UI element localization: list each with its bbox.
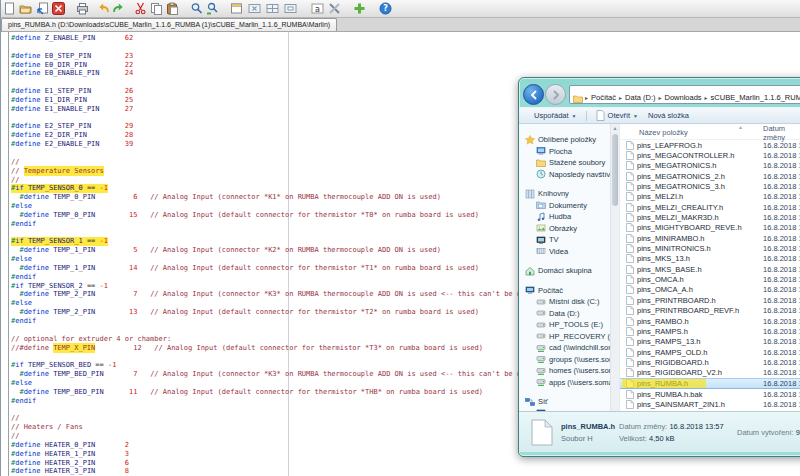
code-line[interactable]: #define E0_STEP_PIN 23 <box>11 52 800 61</box>
sidebar-item[interactable]: Oblíbené položky <box>519 134 619 146</box>
sidebar-item[interactable]: groups (\\users.soma.cz) <box>519 354 619 366</box>
organize-button[interactable]: Uspořádat ▼ <box>529 111 582 120</box>
breadcrumb-item[interactable]: Downloads <box>662 93 703 102</box>
sidebar-item[interactable]: HP_RECOVERY (G:) <box>519 331 619 343</box>
forward-button[interactable] <box>545 84 566 105</box>
window-close-icon[interactable] <box>248 2 261 15</box>
file-row[interactable]: pins_RIGIDBOARD_V2.h16.8.2018 13:57 <box>620 368 800 378</box>
breadcrumb-item[interactable]: Počítač <box>589 93 618 102</box>
file-row[interactable]: pins_OMCA_A.h16.8.2018 13:57 <box>620 285 800 295</box>
open-button[interactable]: Otevřít ▼ <box>591 110 643 121</box>
file-row[interactable]: pins_MELZI_CREALITY.h16.8.2018 13:57 <box>620 202 800 212</box>
nav-scrollbar-thumb[interactable] <box>612 134 618 206</box>
sidebar-item[interactable]: apps (\\users.soma.cz) (Z:) <box>519 377 619 389</box>
file-row[interactable]: pins_MKS_BASE.h16.8.2018 13:57 <box>620 264 800 274</box>
file-row[interactable]: pins_MKS_13.h16.8.2018 13:57 <box>620 254 800 264</box>
breadcrumb-item[interactable]: sCUBE_Marlin_1.1.6_RUMBA (1) <box>709 93 800 102</box>
sidebar-item[interactable]: Data (D:) <box>519 308 619 320</box>
file-row[interactable]: pins_OMCA.h16.8.2018 13:57 <box>620 274 800 284</box>
window-cascade-icon[interactable] <box>284 2 297 15</box>
file-row[interactable]: pins_MELZI_MAKR3D.h16.8.2018 13:57 <box>620 212 800 222</box>
code-line[interactable]: #define HEATER_3_PIN 8 <box>11 467 800 476</box>
sidebar-item[interactable]: Počítač <box>519 285 619 297</box>
scroll-up-icon[interactable]: ▲ <box>611 124 619 133</box>
sidebar-item[interactable]: Videa <box>519 246 619 258</box>
file-row[interactable]: pins_PRINTRBOARD_REVF.h16.8.2018 13:57 <box>620 306 800 316</box>
file-date: 16.8.2018 13:57 <box>759 182 800 191</box>
sidebar-item[interactable]: Místní disk (C:) <box>519 296 619 308</box>
editor-tab[interactable]: pins_RUMBA.h (D:\Downloads\sCUBE_Marlin_… <box>1 18 337 31</box>
new-folder-button[interactable]: Nová složka <box>643 111 694 120</box>
file-row[interactable]: pins_RAMPS_13.h16.8.2018 13:57 <box>620 337 800 347</box>
copy-icon[interactable] <box>150 2 163 15</box>
nav-scrollbar[interactable]: ▲ <box>610 124 619 411</box>
file-row[interactable]: pins_MELZI.h16.8.2018 13:57 <box>620 192 800 202</box>
redo-icon[interactable] <box>112 2 125 15</box>
file-row[interactable]: pins_MINIRAMBO.h16.8.2018 13:57 <box>620 233 800 243</box>
file-name: pins_RIGIDBOARD.h <box>637 358 759 367</box>
file-row[interactable]: pins_RAMPS.h16.8.2018 13:57 <box>620 326 800 336</box>
file-row[interactable]: pins_SAINSMART_2IN1.h16.8.2018 13:57 <box>620 400 800 410</box>
find-replace-icon[interactable] <box>206 2 219 15</box>
file-date: 16.8.2018 13:57 <box>759 285 800 294</box>
close-file-icon[interactable] <box>52 2 65 15</box>
sidebar-item[interactable]: Hudba <box>519 211 619 223</box>
file-row[interactable]: pins_MEGATRONICS.h16.8.2018 13:57 <box>620 161 800 171</box>
window-tile-icon[interactable] <box>266 2 279 15</box>
created-value: 9.11.2017 18:2 <box>796 428 800 437</box>
file-row[interactable]: pins_RIGIDBOARD.h16.8.2018 13:57 <box>620 357 800 367</box>
file-name: pins_MKS_13.h <box>637 254 759 263</box>
file-row[interactable]: pins_RAMBO.h16.8.2018 13:57 <box>620 316 800 326</box>
sidebar-item[interactable]: Dokumenty <box>519 200 619 212</box>
tools-icon[interactable] <box>328 2 341 15</box>
print-icon[interactable] <box>76 2 89 15</box>
code-line[interactable] <box>11 43 800 52</box>
sidebar-item[interactable]: homes (\\users.soma.cz) <box>519 365 619 377</box>
sidebar-item[interactable]: cad (\\windchill.soma.cz) <box>519 342 619 354</box>
sidebar-item[interactable]: APS <box>519 408 619 412</box>
file-row-selected[interactable]: pins_RUMBA.h16.8.2018 13:57 <box>620 378 800 389</box>
sidebar-item[interactable]: Plocha <box>519 146 619 158</box>
cut-icon[interactable] <box>134 2 147 15</box>
code-text: #else <box>11 255 32 263</box>
sidebar-item[interactable]: TV <box>519 234 619 246</box>
file-row[interactable]: pins_MINITRONICS.h16.8.2018 13:57 <box>620 243 800 253</box>
svg-text:?: ? <box>383 4 388 13</box>
file-h-icon <box>626 327 634 336</box>
paste-icon[interactable] <box>166 2 179 15</box>
modified-value: 16.8.2018 13:57 <box>669 422 723 431</box>
sidebar-item[interactable]: Obrázky <box>519 223 619 235</box>
sidebar-item[interactable]: Knihovny <box>519 188 619 200</box>
file-row[interactable]: pins_PRINTRBOARD.h16.8.2018 13:57 <box>620 295 800 305</box>
code-line[interactable]: #define HEATER_2_PIN 6 <box>11 459 800 468</box>
column-header-date[interactable]: Datum změny <box>759 124 800 142</box>
add-icon[interactable] <box>353 2 366 15</box>
new-file-icon[interactable] <box>3 2 16 15</box>
file-row[interactable]: pins_MIGHTYBOARD_REVE.h16.8.2018 13:57 <box>620 223 800 233</box>
code-text: // <box>11 176 19 184</box>
open-folder-icon[interactable] <box>19 2 32 15</box>
new-window-icon[interactable] <box>230 2 243 15</box>
file-row[interactable]: pins_RAMPS_OLD.h16.8.2018 13:57 <box>620 347 800 357</box>
sidebar-item[interactable]: Síť <box>519 396 619 408</box>
file-row[interactable]: pins_RUMBA.h.bak16.8.2018 13:57 <box>620 389 800 399</box>
font-icon[interactable]: a <box>311 2 324 15</box>
save-as-icon[interactable] <box>36 2 49 15</box>
file-row[interactable]: pins_MEGATRONICS_3.h16.8.2018 13:57 <box>620 181 800 191</box>
file-row[interactable]: pins_MEGATRONICS_2.h16.8.2018 13:57 <box>620 171 800 181</box>
back-button[interactable] <box>523 84 544 105</box>
sidebar-item[interactable]: Stažené soubory <box>519 157 619 169</box>
sidebar-item[interactable]: Domácí skupina <box>519 265 619 277</box>
code-line[interactable]: #define Z_ENABLE_PIN 62 <box>11 34 800 43</box>
sidebar-item[interactable]: Naposledy navštívené <box>519 169 619 181</box>
file-h-icon <box>626 390 634 399</box>
help-icon[interactable]: ? <box>379 2 392 15</box>
sidebar-item[interactable]: HP_TOOLS (E:) <box>519 319 619 331</box>
code-text: #if TEMP_SENSOR_0 == -1 <box>11 184 108 192</box>
file-row[interactable]: pins_MEGACONTROLLER.h16.8.2018 13:57 <box>620 150 800 160</box>
file-row[interactable]: pins_LEAPFROG.h16.8.2018 13:57 <box>620 140 800 150</box>
undo-icon[interactable] <box>97 2 110 15</box>
find-icon[interactable] <box>190 2 203 15</box>
address-bar[interactable]: ▸Počítač▸Data (D:)▸Downloads▸sCUBE_Marli… <box>569 85 800 104</box>
breadcrumb-item[interactable]: Data (D:) <box>623 93 657 102</box>
